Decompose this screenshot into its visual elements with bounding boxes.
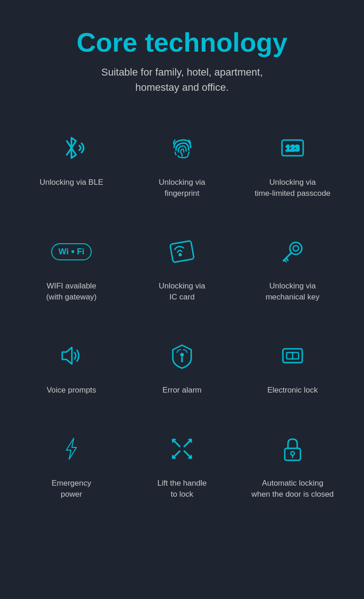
svg-line-8 <box>285 260 286 262</box>
svg-line-18 <box>173 451 180 458</box>
passcode-icon: 123 <box>272 127 313 169</box>
emergency-power-label: Emergencypower <box>52 478 91 500</box>
svg-point-10 <box>181 353 183 356</box>
emergency-power-icon <box>51 428 92 470</box>
voice-icon <box>51 335 92 376</box>
auto-lock-label: Automatic lockingwhen the door is closed <box>252 478 334 500</box>
svg-rect-20 <box>285 448 300 460</box>
feature-wifi: Wi Fi WIFI available(with gateway) <box>18 222 124 317</box>
svg-marker-9 <box>62 347 72 364</box>
feature-passcode: 123 Unlocking viatime-limited passcode <box>240 118 346 213</box>
ble-label: Unlocking via BLE <box>40 177 103 188</box>
page-header: Core technology Suitable for family, hot… <box>76 28 288 95</box>
alarm-icon <box>161 335 203 376</box>
page-subtitle: Suitable for family, hotel, apartment, h… <box>76 65 288 95</box>
svg-line-17 <box>184 440 191 446</box>
alarm-label: Error alarm <box>162 385 201 396</box>
voice-label: Voice prompts <box>47 385 96 396</box>
svg-point-3 <box>179 254 182 256</box>
svg-line-7 <box>287 258 288 260</box>
svg-line-19 <box>184 451 191 458</box>
features-grid: Unlocking via BLE Unlocking viafingerpri… <box>18 118 346 514</box>
feature-auto-lock: Automatic lockingwhen the door is closed <box>240 419 346 514</box>
feature-mechanical-key: Unlocking viamechanical key <box>240 222 346 317</box>
wifi-icon: Wi Fi <box>51 231 92 272</box>
lift-handle-icon <box>161 428 203 470</box>
fingerprint-label: Unlocking viafingerprint <box>159 177 205 199</box>
feature-voice: Voice prompts <box>18 326 124 410</box>
mechanical-key-icon <box>272 231 313 272</box>
ble-icon <box>51 127 92 169</box>
wifi-label: WIFI available(with gateway) <box>46 281 97 303</box>
electronic-lock-label: Electronic lock <box>267 385 318 396</box>
mechanical-key-label: Unlocking viamechanical key <box>265 281 319 303</box>
ic-card-label: Unlocking viaIC card <box>159 281 205 303</box>
electronic-lock-icon <box>272 335 313 376</box>
lift-handle-label: Lift the handleto lock <box>158 478 207 500</box>
fingerprint-icon <box>161 127 203 169</box>
feature-emergency-power: Emergencypower <box>18 419 124 514</box>
feature-fingerprint: Unlocking viafingerprint <box>129 118 235 213</box>
page-title: Core technology <box>76 28 288 57</box>
feature-alarm: Error alarm <box>129 326 235 410</box>
feature-ble: Unlocking via BLE <box>18 118 124 213</box>
feature-ic-card: Unlocking viaIC card <box>129 222 235 317</box>
svg-text:123: 123 <box>286 144 299 153</box>
svg-point-5 <box>293 246 299 251</box>
feature-lift-handle: Lift the handleto lock <box>129 419 235 514</box>
feature-electronic-lock: Electronic lock <box>240 326 346 410</box>
svg-marker-15 <box>66 438 76 459</box>
auto-lock-icon <box>272 428 313 470</box>
svg-line-16 <box>173 440 180 446</box>
ic-card-icon <box>161 231 203 272</box>
passcode-label: Unlocking viatime-limited passcode <box>255 177 330 199</box>
